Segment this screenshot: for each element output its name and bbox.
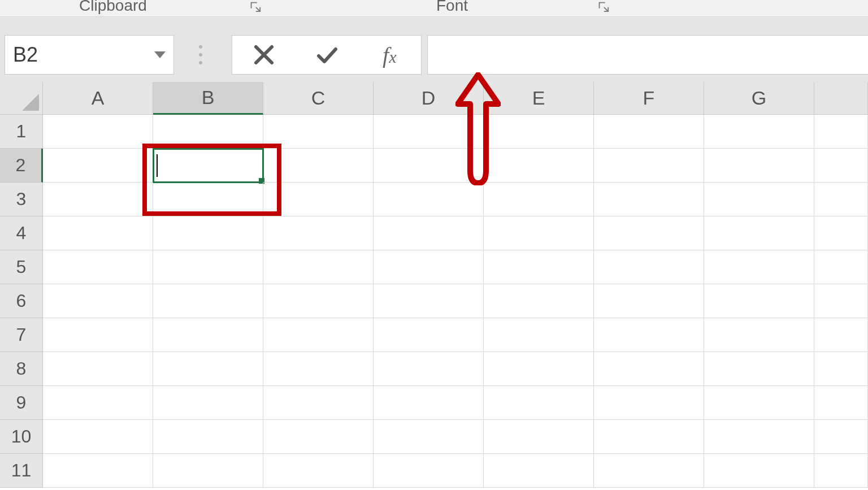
cell[interactable] bbox=[814, 386, 868, 420]
cell[interactable] bbox=[374, 149, 484, 183]
row-header[interactable]: 1 bbox=[0, 115, 43, 149]
cell[interactable] bbox=[594, 454, 704, 488]
cell[interactable] bbox=[814, 216, 868, 250]
column-header[interactable]: C bbox=[263, 82, 374, 115]
cell[interactable] bbox=[43, 454, 153, 488]
cell[interactable] bbox=[263, 250, 374, 284]
cell[interactable] bbox=[814, 284, 868, 318]
cell[interactable] bbox=[484, 216, 594, 250]
column-header[interactable]: A bbox=[43, 82, 153, 115]
row-header[interactable]: 10 bbox=[0, 420, 43, 454]
clipboard-dialog-launcher-icon[interactable] bbox=[249, 0, 262, 14]
cell[interactable] bbox=[43, 250, 153, 284]
cell[interactable] bbox=[704, 149, 814, 183]
cell[interactable] bbox=[43, 115, 153, 149]
cell[interactable] bbox=[43, 420, 153, 454]
column-header[interactable]: D bbox=[374, 82, 484, 115]
cell[interactable] bbox=[594, 386, 704, 420]
cell[interactable] bbox=[263, 216, 374, 250]
cell[interactable] bbox=[594, 115, 704, 149]
cell[interactable] bbox=[263, 115, 374, 149]
cell[interactable] bbox=[704, 216, 814, 250]
column-header[interactable]: F bbox=[594, 82, 704, 115]
cell[interactable] bbox=[43, 216, 153, 250]
cell[interactable] bbox=[814, 318, 868, 352]
insert-function-button[interactable]: fx bbox=[367, 36, 412, 74]
cell[interactable] bbox=[704, 318, 814, 352]
cell[interactable] bbox=[484, 420, 594, 454]
cell[interactable] bbox=[594, 284, 704, 318]
cell[interactable] bbox=[594, 149, 704, 183]
cell[interactable] bbox=[374, 420, 484, 454]
row-header[interactable]: 4 bbox=[0, 216, 43, 250]
row-header[interactable]: 9 bbox=[0, 386, 43, 420]
enter-button[interactable] bbox=[304, 36, 349, 74]
cell[interactable] bbox=[43, 386, 153, 420]
column-header[interactable] bbox=[814, 82, 868, 115]
font-dialog-launcher-icon[interactable] bbox=[597, 0, 610, 14]
cell[interactable] bbox=[704, 183, 814, 216]
row-header[interactable]: 3 bbox=[0, 183, 43, 216]
cell[interactable] bbox=[153, 250, 263, 284]
cell[interactable] bbox=[263, 386, 374, 420]
cell[interactable] bbox=[594, 250, 704, 284]
cell[interactable] bbox=[814, 454, 868, 488]
cell[interactable] bbox=[153, 352, 263, 386]
cell[interactable] bbox=[374, 250, 484, 284]
cell[interactable] bbox=[374, 454, 484, 488]
cell[interactable] bbox=[594, 216, 704, 250]
cell[interactable] bbox=[153, 420, 263, 454]
cell[interactable] bbox=[153, 216, 263, 250]
cell[interactable] bbox=[484, 183, 594, 216]
cell[interactable] bbox=[484, 454, 594, 488]
cell[interactable] bbox=[43, 318, 153, 352]
cell[interactable] bbox=[153, 183, 263, 216]
cell[interactable] bbox=[153, 115, 263, 149]
row-header[interactable]: 5 bbox=[0, 250, 43, 284]
row-header[interactable]: 8 bbox=[0, 352, 43, 386]
cell[interactable] bbox=[594, 420, 704, 454]
cell[interactable] bbox=[374, 318, 484, 352]
cell[interactable] bbox=[153, 454, 263, 488]
cell[interactable] bbox=[153, 318, 263, 352]
row-header[interactable]: 11 bbox=[0, 454, 43, 488]
cell[interactable] bbox=[153, 284, 263, 318]
cell[interactable] bbox=[704, 420, 814, 454]
row-header[interactable]: 2 bbox=[0, 149, 43, 183]
cell[interactable] bbox=[704, 386, 814, 420]
cell[interactable] bbox=[814, 420, 868, 454]
cell[interactable] bbox=[263, 454, 374, 488]
cell[interactable] bbox=[704, 250, 814, 284]
cell[interactable] bbox=[704, 352, 814, 386]
cell[interactable] bbox=[263, 183, 374, 216]
cell[interactable] bbox=[153, 386, 263, 420]
cell[interactable] bbox=[814, 250, 868, 284]
column-header[interactable]: B bbox=[153, 82, 263, 115]
cell[interactable] bbox=[704, 454, 814, 488]
cell[interactable] bbox=[814, 115, 868, 149]
select-all-triangle[interactable] bbox=[0, 82, 43, 115]
cell[interactable] bbox=[484, 250, 594, 284]
name-box[interactable]: B2 bbox=[5, 35, 174, 75]
cell[interactable] bbox=[374, 115, 484, 149]
chevron-down-icon[interactable] bbox=[154, 51, 166, 58]
cell[interactable] bbox=[484, 149, 594, 183]
cell[interactable] bbox=[814, 183, 868, 216]
row-header[interactable]: 7 bbox=[0, 318, 43, 352]
cell[interactable] bbox=[263, 352, 374, 386]
cell[interactable] bbox=[704, 284, 814, 318]
cell[interactable] bbox=[484, 352, 594, 386]
cell[interactable] bbox=[263, 284, 374, 318]
cell[interactable] bbox=[484, 386, 594, 420]
cell[interactable] bbox=[704, 115, 814, 149]
cell[interactable] bbox=[594, 318, 704, 352]
cell[interactable] bbox=[43, 149, 153, 183]
column-header[interactable]: E bbox=[484, 82, 594, 115]
cell[interactable] bbox=[374, 284, 484, 318]
cell[interactable] bbox=[594, 183, 704, 216]
cell[interactable] bbox=[43, 183, 153, 216]
cell[interactable] bbox=[153, 149, 263, 183]
cell[interactable] bbox=[594, 352, 704, 386]
cell[interactable] bbox=[814, 352, 868, 386]
cell[interactable] bbox=[374, 216, 484, 250]
